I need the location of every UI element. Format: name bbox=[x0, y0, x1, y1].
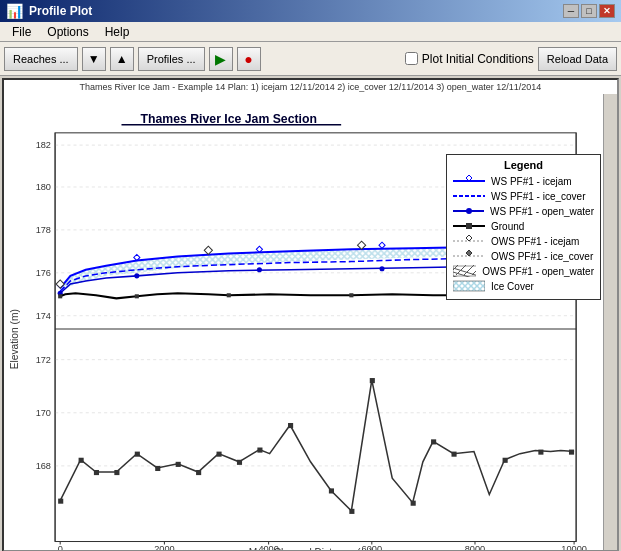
svg-rect-83 bbox=[466, 223, 472, 229]
legend-box: Legend WS PF#1 - icejam WS PF#1 - ice_co… bbox=[446, 154, 601, 300]
legend-ows-icecover: OWS PF#1 - ice_cover bbox=[453, 250, 594, 262]
svg-rect-50 bbox=[349, 293, 353, 297]
svg-rect-61 bbox=[155, 466, 160, 471]
legend-ice-cover-label: Ice Cover bbox=[491, 281, 534, 292]
ground-marker-0 bbox=[58, 294, 62, 298]
svg-rect-71 bbox=[411, 501, 416, 506]
svg-marker-87 bbox=[466, 250, 472, 256]
svg-point-43 bbox=[134, 273, 139, 278]
window-title: Profile Plot bbox=[29, 4, 92, 18]
plot-initial-checkbox[interactable] bbox=[405, 52, 418, 65]
legend-ws-openwater: WS PF#1 - open_water bbox=[453, 205, 594, 217]
svg-text:178: 178 bbox=[36, 225, 51, 235]
minimize-button[interactable]: ─ bbox=[563, 4, 579, 18]
svg-rect-58 bbox=[94, 470, 99, 475]
svg-rect-57 bbox=[79, 458, 84, 463]
svg-rect-74 bbox=[503, 458, 508, 463]
svg-rect-64 bbox=[217, 452, 222, 457]
reload-button[interactable]: Reload Data bbox=[538, 47, 617, 71]
chart-title: Thames River Ice Jam Section bbox=[141, 112, 317, 126]
play-button[interactable]: ▶ bbox=[209, 47, 233, 71]
legend-ground-label: Ground bbox=[491, 221, 524, 232]
legend-ows-icejam: OWS PF#1 - icejam bbox=[453, 235, 594, 247]
scrollbar-right[interactable] bbox=[603, 94, 617, 551]
title-bar: 📊 Profile Plot ─ □ ✕ bbox=[0, 0, 621, 22]
sort-up-button[interactable]: ▲ bbox=[110, 47, 134, 71]
app-icon: 📊 bbox=[6, 3, 23, 19]
legend-title: Legend bbox=[453, 159, 594, 171]
plot-initial-conditions-group: Plot Initial Conditions bbox=[405, 52, 534, 66]
svg-rect-72 bbox=[431, 439, 436, 444]
svg-point-45 bbox=[379, 266, 384, 271]
svg-rect-63 bbox=[196, 470, 201, 475]
svg-rect-66 bbox=[257, 448, 262, 453]
svg-rect-75 bbox=[538, 450, 543, 455]
svg-rect-60 bbox=[135, 452, 140, 457]
legend-ws-icecover-label: WS PF#1 - ice_cover bbox=[491, 191, 585, 202]
legend-ground: Ground bbox=[453, 220, 594, 232]
svg-rect-56 bbox=[58, 499, 63, 504]
legend-ows-openwater: OWS PF#1 - open_water bbox=[453, 265, 594, 277]
svg-rect-48 bbox=[135, 294, 139, 298]
svg-point-44 bbox=[257, 267, 262, 272]
profiles-button[interactable]: Profiles ... bbox=[138, 47, 205, 71]
svg-rect-96 bbox=[453, 281, 485, 291]
svg-text:168: 168 bbox=[36, 461, 51, 471]
svg-marker-85 bbox=[466, 235, 472, 241]
menu-file[interactable]: File bbox=[4, 23, 39, 41]
legend-ows-icecover-label: OWS PF#1 - ice_cover bbox=[491, 251, 593, 262]
svg-rect-70 bbox=[370, 378, 375, 383]
svg-rect-76 bbox=[569, 450, 574, 455]
svg-rect-68 bbox=[329, 488, 334, 493]
legend-ws-icecover: WS PF#1 - ice_cover bbox=[453, 190, 594, 202]
legend-ice-cover: Ice Cover bbox=[453, 280, 594, 292]
legend-ws-icejam-label: WS PF#1 - icejam bbox=[491, 176, 572, 187]
chart-subtitle: Thames River Ice Jam - Example 14 Plan: … bbox=[4, 80, 617, 94]
legend-ws-icejam: WS PF#1 - icejam bbox=[453, 175, 594, 187]
legend-ws-openwater-label: WS PF#1 - open_water bbox=[490, 206, 594, 217]
svg-line-93 bbox=[456, 265, 466, 275]
svg-text:170: 170 bbox=[36, 408, 51, 418]
menu-options[interactable]: Options bbox=[39, 23, 96, 41]
svg-rect-62 bbox=[176, 462, 181, 467]
plot-initial-label: Plot Initial Conditions bbox=[422, 52, 534, 66]
y-axis-label: Elevation (m) bbox=[9, 309, 20, 369]
window-controls: ─ □ ✕ bbox=[563, 4, 615, 18]
svg-text:182: 182 bbox=[36, 140, 51, 150]
legend-ows-openwater-label: OWS PF#1 - open_water bbox=[482, 266, 594, 277]
svg-text:174: 174 bbox=[36, 311, 51, 321]
menu-bar: File Options Help bbox=[0, 22, 621, 42]
chart-container: Thames River Ice Jam Section Elevation (… bbox=[4, 94, 617, 551]
svg-rect-73 bbox=[451, 452, 456, 457]
close-button[interactable]: ✕ bbox=[599, 4, 615, 18]
plot-area: Thames River Ice Jam - Example 14 Plan: … bbox=[2, 78, 619, 551]
svg-text:176: 176 bbox=[36, 268, 51, 278]
toolbar: Reaches ... ▼ ▲ Profiles ... ▶ ● Plot In… bbox=[0, 42, 621, 76]
svg-rect-65 bbox=[237, 460, 242, 465]
menu-help[interactable]: Help bbox=[97, 23, 138, 41]
svg-text:172: 172 bbox=[36, 355, 51, 365]
reaches-button[interactable]: Reaches ... bbox=[4, 47, 78, 71]
svg-rect-59 bbox=[114, 470, 119, 475]
legend-ows-icejam-label: OWS PF#1 - icejam bbox=[491, 236, 579, 247]
svg-rect-49 bbox=[227, 293, 231, 297]
maximize-button[interactable]: □ bbox=[581, 4, 597, 18]
svg-point-81 bbox=[466, 208, 472, 214]
record-button[interactable]: ● bbox=[237, 47, 261, 71]
svg-rect-69 bbox=[349, 509, 354, 514]
sort-down-button[interactable]: ▼ bbox=[82, 47, 106, 71]
svg-text:180: 180 bbox=[36, 182, 51, 192]
svg-rect-67 bbox=[288, 423, 293, 428]
